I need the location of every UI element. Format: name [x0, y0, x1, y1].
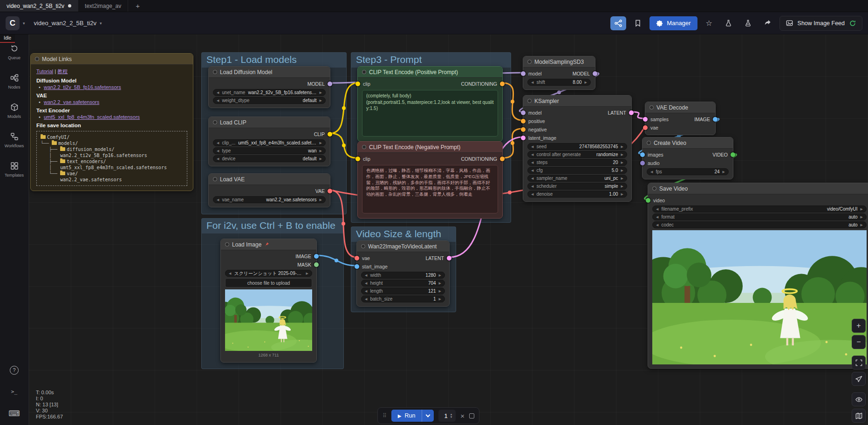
- chevron-down-icon[interactable]: ▾: [23, 21, 25, 26]
- output-port-conditioning[interactable]: [500, 82, 505, 86]
- input-port-clip[interactable]: [355, 82, 360, 86]
- group-title[interactable]: For i2v, use Ctrl + B to enable: [202, 219, 343, 233]
- widget-codec[interactable]: codec auto: [652, 221, 867, 228]
- node-header[interactable]: Model Links: [31, 54, 193, 65]
- beaker2-button[interactable]: [740, 16, 756, 30]
- run-options-button[interactable]: [422, 410, 434, 422]
- input-port-video[interactable]: [646, 198, 650, 203]
- beaker-button[interactable]: [721, 16, 737, 30]
- collapse-icon[interactable]: [213, 177, 217, 181]
- negative-prompt-textarea[interactable]: 色调艳丽，过曝，静态，细节模糊不清，字幕，风格，作品，画作，画面，静止，整体发灰…: [362, 165, 498, 213]
- node-header[interactable]: Wan22ImageToVideoLatent: [357, 241, 449, 252]
- node-header[interactable]: Load Image: [221, 239, 316, 250]
- vae-download-link[interactable]: wan2.2_vae.safetensors: [44, 99, 187, 105]
- video-preview[interactable]: [652, 230, 867, 364]
- widget-denoise[interactable]: denoise 1.00: [527, 191, 627, 198]
- output-port-clip[interactable]: [328, 132, 332, 137]
- collapse-icon[interactable]: [213, 120, 217, 124]
- keyboard-shortcuts-button[interactable]: ⌨: [8, 409, 20, 418]
- output-port-latent[interactable]: [629, 110, 634, 115]
- group-title[interactable]: Step1 - Load models: [202, 53, 346, 68]
- pan-mode-button[interactable]: [852, 372, 866, 386]
- input-port-start-image[interactable]: [355, 264, 359, 269]
- widget-clip-name[interactable]: clip_... umt5_xxl_fp8_e4m3fn_scaled.safe…: [213, 139, 326, 146]
- toggle-visibility-button[interactable]: [852, 392, 866, 406]
- node-header[interactable]: Load Diffusion Model: [209, 67, 330, 78]
- workflow-name[interactable]: video_wan2_2_5B_ti2v: [34, 20, 96, 27]
- upload-button[interactable]: choose file to upload: [225, 278, 312, 288]
- input-port-vae[interactable]: [355, 256, 359, 260]
- sidebar-item-models[interactable]: Models: [0, 103, 28, 119]
- input-port-negative[interactable]: [521, 127, 526, 132]
- clear-queue-button[interactable]: ×: [460, 412, 465, 420]
- sidebar-item-templates[interactable]: Templates: [0, 161, 28, 178]
- zoom-out-button[interactable]: −: [852, 335, 866, 349]
- input-port-samples[interactable]: [643, 117, 648, 122]
- collapse-icon[interactable]: [652, 186, 656, 191]
- input-port-model[interactable]: [521, 110, 526, 115]
- node-header[interactable]: Save Video: [648, 183, 868, 194]
- widget-length[interactable]: length 121: [361, 288, 445, 295]
- node-header[interactable]: ModelSamplingSD3: [523, 56, 595, 68]
- output-port-conditioning[interactable]: [500, 157, 505, 161]
- model-download-link[interactable]: wan2.2_ti2v_5B_fp16.safetensors: [44, 84, 187, 90]
- collapse-icon[interactable]: [362, 145, 366, 149]
- input-port-images[interactable]: [640, 152, 645, 157]
- run-button[interactable]: ▶ Run: [391, 410, 422, 422]
- group-title[interactable]: Step3 - Prompt: [351, 53, 511, 68]
- collapse-icon[interactable]: [647, 141, 651, 145]
- collapse-icon[interactable]: [213, 70, 217, 74]
- widget-batch-size[interactable]: batch_size 1: [361, 295, 445, 302]
- widget-type[interactable]: type wan: [213, 147, 326, 154]
- sidebar-item-workflows[interactable]: Workflows: [0, 132, 28, 148]
- collapse-icon[interactable]: [527, 99, 532, 103]
- node-header[interactable]: CLIP Text Encode (Positive Prompt): [358, 67, 502, 78]
- output-port-image[interactable]: [314, 254, 319, 259]
- output-port-vae[interactable]: [328, 189, 332, 193]
- comfyui-logo[interactable]: C: [6, 16, 20, 30]
- step-down-icon[interactable]: ▾: [451, 416, 452, 418]
- widget-steps[interactable]: steps 20: [527, 159, 627, 166]
- manager-button[interactable]: Manager: [649, 16, 697, 30]
- star-button[interactable]: ☆: [701, 16, 717, 30]
- widget-cfg[interactable]: cfg 5.0: [527, 167, 627, 174]
- chevron-down-icon[interactable]: ▾: [100, 21, 102, 26]
- stop-button[interactable]: [469, 413, 474, 418]
- output-port-image[interactable]: [713, 117, 718, 122]
- group-title[interactable]: Video Size & length: [351, 227, 456, 242]
- tutorial-link[interactable]: Tutorial: [36, 69, 53, 74]
- minimap-button[interactable]: [852, 409, 866, 423]
- collapse-icon[interactable]: [649, 105, 654, 110]
- drag-handle-icon[interactable]: ⠿: [383, 412, 387, 419]
- input-port-audio[interactable]: [640, 161, 645, 165]
- widget-scheduler[interactable]: scheduler simple: [527, 183, 627, 190]
- widget-format[interactable]: format auto: [652, 213, 867, 220]
- help-button[interactable]: ?: [10, 366, 19, 375]
- widget-filename-prefix[interactable]: filename_prefix video/ComfyUI: [652, 206, 867, 212]
- widget-width[interactable]: width 1280: [361, 272, 445, 279]
- widget-image-file[interactable]: スクリーンショット 2025-09-10 ...: [225, 270, 312, 277]
- tab-text2image[interactable]: text2image_av: [78, 0, 128, 12]
- collapse-icon[interactable]: [35, 57, 39, 61]
- show-image-feed-toggle[interactable]: Show Image Feed: [779, 16, 862, 31]
- input-port-clip[interactable]: [355, 157, 360, 161]
- output-port-model[interactable]: [328, 82, 332, 86]
- output-port-mask[interactable]: [314, 262, 319, 267]
- widget-fps[interactable]: fps 24: [647, 168, 729, 175]
- input-port-positive[interactable]: [521, 119, 526, 123]
- input-port-latent-image[interactable]: [521, 136, 526, 140]
- node-header[interactable]: KSampler: [523, 96, 631, 107]
- terminal-button[interactable]: >_: [11, 389, 17, 395]
- widget-shift[interactable]: shift 8.00: [527, 79, 591, 86]
- widget-control-after-generate[interactable]: control after generate randomize: [527, 151, 627, 158]
- widget-device[interactable]: device default: [213, 155, 326, 162]
- sidebar-item-nodes[interactable]: Nodes: [0, 73, 28, 89]
- graph-view-button[interactable]: [610, 16, 626, 30]
- input-port-model[interactable]: [521, 71, 526, 76]
- widget-unet-name[interactable]: unet_name wan2.2_ti2v_5B_fp16.safetensor…: [213, 89, 326, 96]
- positive-prompt-textarea[interactable]: (completely, full body) (portrait,portra…: [362, 90, 498, 137]
- output-port-latent[interactable]: [447, 256, 451, 260]
- collapse-icon[interactable]: [225, 242, 229, 247]
- tutorial-link-cn[interactable]: 教程: [57, 69, 68, 74]
- new-tab-button[interactable]: +: [128, 0, 147, 12]
